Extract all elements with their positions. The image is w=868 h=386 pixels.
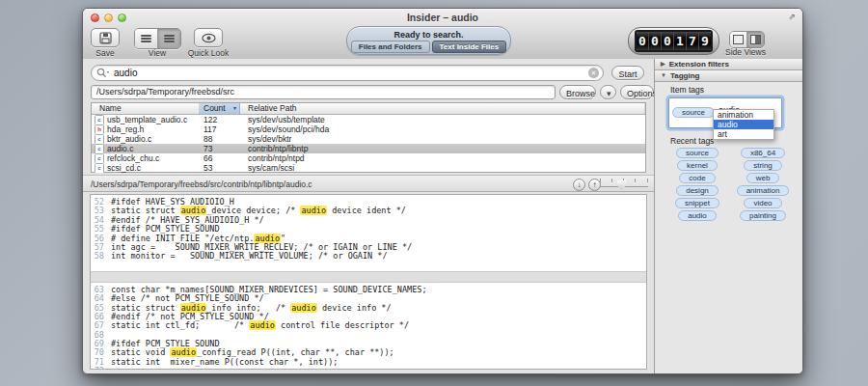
title-bar[interactable]: Insider – audio ⇗ [83, 9, 802, 26]
recent-tag[interactable]: painting [740, 210, 786, 221]
tab-text-inside-files[interactable]: Text Inside Files [432, 41, 507, 53]
match-highlight: audio [249, 320, 276, 330]
desktop-background: Insider – audio ⇗ Save Search [0, 0, 868, 386]
code-block-2: 63const char *m_names[SOUND_MIXER_NRDEVI… [91, 283, 646, 370]
table-row[interactable]: cbktr_audio.c88sys/dev/bktr [92, 134, 645, 144]
match-highlight: audio [290, 303, 317, 313]
options-button[interactable]: Options [620, 85, 654, 99]
counter-digit: 0 [648, 32, 661, 50]
file-name: audio.c [107, 144, 133, 153]
column-header-name[interactable]: Name [92, 103, 200, 114]
recent-tag[interactable]: video [744, 198, 781, 208]
relative-path-cell: sys/dev/bktr [240, 134, 645, 144]
side-view-left-segment[interactable] [730, 32, 746, 47]
recent-tag[interactable]: string [744, 160, 782, 171]
code-text: int monitor = SOUND_MIXER_WRITE_VOLUME; … [111, 252, 388, 261]
file-type-icon: c [95, 153, 104, 163]
view-segmented-control [134, 28, 181, 49]
recent-tag[interactable]: snippet [675, 198, 719, 208]
column-header-path[interactable]: Relative Path [240, 103, 645, 114]
side-views-segmented-control [729, 31, 765, 48]
preview-path-bar: /Users/sdrpa/Temporary/freebsd/src/contr… [83, 175, 654, 192]
tag-suggestion[interactable]: audio [714, 120, 773, 129]
start-button[interactable]: Start [611, 66, 644, 80]
path-presets-button[interactable]: ▾ [600, 85, 616, 99]
recent-tags-grid: sourcex86_64kernelstringcodewebdesignani… [665, 148, 796, 221]
slider-tick [600, 179, 601, 182]
extension-filters-header[interactable]: ▶ Extension filters [655, 59, 802, 70]
count-cell: 122 [200, 115, 240, 124]
tag-suggestion[interactable]: art [714, 129, 773, 139]
browse-button[interactable]: Browse [559, 85, 596, 99]
counter-digit: 0 [637, 32, 648, 50]
main-panel: audio ✕ Start /Users/sdrpa/Temporary/fre… [83, 59, 654, 373]
clear-search-icon[interactable]: ✕ [588, 68, 599, 78]
down-arrow-icon: ↓ [578, 180, 582, 189]
panel-icon [733, 35, 744, 44]
table-row[interactable]: crefclock_chu.c66contrib/ntp/ntpd [92, 153, 645, 163]
recent-tag[interactable]: web [746, 173, 780, 183]
tagging-header[interactable]: ▼ Tagging [655, 70, 802, 82]
search-path-input[interactable]: /Users/sdrpa/Temporary/freebsd/src [91, 85, 556, 99]
file-name: usb_template_audio.c [107, 115, 187, 124]
relative-path-cell: sys/cam/scsi [240, 163, 645, 173]
results-header: Name Count ▾ Relative Path [92, 103, 645, 115]
recent-tag[interactable]: code [679, 173, 715, 183]
counter-digit: 9 [698, 32, 711, 50]
recent-tag[interactable]: source [676, 148, 719, 158]
toolbar: Save Search View Quick Look [83, 26, 802, 59]
side-view-right-segment[interactable] [746, 32, 764, 47]
relative-path-cell: contrib/ntp/ntpd [240, 153, 645, 163]
relative-path-cell: sys/dev/usb/template [240, 115, 645, 124]
code-text: static int mixer_name P((const char *, i… [111, 358, 338, 367]
line-number: 72 [91, 367, 104, 370]
status-text: Ready to search. [347, 30, 510, 40]
eye-icon [202, 33, 216, 43]
item-tags-label: Item tags [670, 85, 704, 95]
quick-look-label: Quick Look [182, 48, 234, 58]
file-name-cell: crefclock_chu.c [92, 153, 200, 163]
save-search-button[interactable] [91, 28, 120, 47]
match-highlight: audio [300, 206, 327, 215]
file-name-cell: caudio.c [92, 144, 200, 153]
recent-tag[interactable]: kernel [677, 160, 718, 171]
match-highlight: audio [180, 206, 207, 215]
code-line: 58int monitor = SOUND_MIXER_WRITE_VOLUME… [91, 252, 646, 261]
tag-suggestion[interactable]: animation [714, 110, 773, 120]
code-block-1: 52#ifdef HAVE_SYS_AUDIOIO_H53static stru… [91, 195, 646, 271]
search-icon[interactable] [96, 68, 110, 78]
counter-digit: 0 [661, 32, 673, 50]
preview-zoom-slider[interactable] [600, 178, 648, 191]
side-views-label: Side Views [722, 47, 769, 57]
column-header-count[interactable]: Count ▾ [200, 103, 240, 114]
sidebar: ▶ Extension filters ▼ Tagging Item tags … [654, 59, 802, 373]
count-cell: 73 [200, 144, 240, 153]
recent-tag[interactable]: animation [737, 185, 790, 196]
search-input[interactable]: audio ✕ [91, 65, 604, 81]
file-type-icon: c [95, 163, 104, 173]
previous-match-button[interactable]: ↓ [573, 179, 585, 191]
view-list-segment[interactable] [135, 29, 157, 48]
slider-thumb[interactable] [617, 180, 626, 190]
code-line: 72 [91, 367, 646, 370]
item-tags-pills: source [672, 101, 715, 119]
code-preview-panel[interactable]: 52#ifdef HAVE_SYS_AUDIOIO_H53static stru… [90, 194, 647, 370]
search-query-text: audio [114, 68, 588, 78]
window-title: Insider – audio [83, 12, 802, 23]
tab-files-and-folders[interactable]: Files and Folders [351, 41, 430, 53]
table-row[interactable]: cscsi_cd.c53sys/cam/scsi [92, 163, 645, 173]
table-row[interactable]: caudio.c73contrib/ntp/libntp [92, 144, 645, 153]
view-detail-segment[interactable] [157, 29, 180, 48]
file-name-cell: hhda_reg.h [92, 124, 200, 134]
resize-icon[interactable]: ⇗ [788, 13, 796, 21]
recent-tags-label: Recent tags [670, 136, 714, 146]
results-table: Name Count ▾ Relative Path cusb_template… [91, 102, 646, 173]
table-row[interactable]: cusb_template_audio.c122sys/dev/usb/temp… [92, 115, 645, 124]
panel-filled-icon [750, 35, 761, 44]
table-row[interactable]: hhda_reg.h117sys/dev/sound/pci/hda [92, 124, 645, 134]
recent-tag[interactable]: x86_64 [741, 148, 785, 158]
recent-tag[interactable]: design [676, 185, 719, 196]
recent-tag[interactable]: audio [678, 210, 717, 221]
quick-look-button[interactable] [194, 28, 223, 47]
item-tag[interactable]: source [672, 107, 715, 118]
